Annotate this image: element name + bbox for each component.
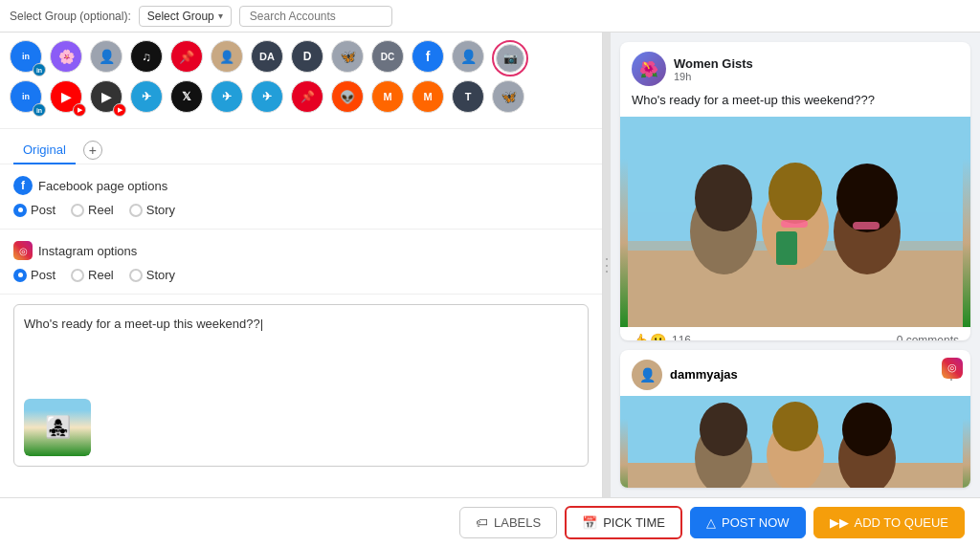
- compose-image-preview: [24, 399, 91, 456]
- svg-point-17: [700, 403, 747, 456]
- radio-unchecked-icon: [71, 269, 84, 282]
- avatar-item[interactable]: in in: [10, 40, 46, 77]
- facebook-options-header: f Facebook page options: [13, 176, 589, 195]
- avatar-item[interactable]: 👤: [90, 40, 126, 77]
- post-header: 🌺 Women Gists 19h: [620, 42, 970, 92]
- avatar-badge: in: [33, 103, 46, 117]
- facebook-story-label: Story: [146, 203, 175, 217]
- avatar-item[interactable]: ▶ ▶: [50, 80, 86, 117]
- post-image: [620, 117, 970, 327]
- avatar-item[interactable]: 📌: [170, 40, 207, 77]
- avatar-badge: ▶: [113, 103, 126, 117]
- tab-original[interactable]: Original: [13, 137, 76, 164]
- reaction-count: 116: [672, 334, 691, 339]
- facebook-story-option[interactable]: Story: [129, 203, 175, 217]
- svg-rect-10: [853, 222, 880, 230]
- labels-button[interactable]: 🏷 LABELS: [459, 507, 557, 538]
- avatar-circle: ♫: [130, 40, 163, 73]
- avatar-circle: M: [371, 80, 404, 113]
- avatar-item[interactable]: T: [452, 80, 488, 117]
- avatar-circle: 🦋: [331, 40, 364, 73]
- avatar-item[interactable]: 𝕏: [170, 80, 207, 117]
- instagram-post-card: ◎ 👤 dammyajas ⋮: [620, 350, 970, 489]
- svg-point-7: [768, 163, 822, 224]
- facebook-reel-option[interactable]: Reel: [71, 203, 114, 217]
- avatar-item[interactable]: in in: [10, 80, 46, 117]
- search-accounts-input[interactable]: [239, 6, 392, 27]
- avatar-circle: 👤: [452, 40, 484, 73]
- upload-icon: △: [706, 515, 716, 530]
- avatar-item[interactable]: 📌: [291, 80, 327, 117]
- queue-icon: ▶▶: [830, 515, 849, 530]
- top-bar: Select Group (optional): Select Group ▾: [0, 0, 980, 33]
- avatar-item[interactable]: 👽: [331, 80, 368, 117]
- tab-add-button[interactable]: +: [83, 141, 102, 160]
- avatar-item[interactable]: 🦋: [492, 80, 528, 117]
- left-panel: in in 🌸 👤 ♫ 📌 👤 DA: [0, 33, 603, 497]
- avatar-circle: ✈: [130, 80, 163, 113]
- avatar-circle: T: [452, 80, 484, 113]
- avatar-circle: ✈: [251, 80, 283, 113]
- avatar-circle: 📌: [291, 80, 323, 113]
- avatar-circle: ✈: [211, 80, 243, 113]
- reaction-icons: 👍 😮 116: [632, 333, 691, 339]
- pick-time-button[interactable]: 📅 PICK TIME: [565, 506, 682, 539]
- avatar-item[interactable]: 🌸: [50, 40, 86, 77]
- avatar-item[interactable]: ✈: [130, 80, 167, 117]
- post-now-button-text: POST NOW: [722, 515, 790, 530]
- radio-unchecked-icon: [129, 269, 143, 282]
- avatar-item-selected[interactable]: 📷: [492, 40, 528, 77]
- avatar-circle: 📌: [170, 40, 203, 73]
- avatar-item[interactable]: M: [371, 80, 408, 117]
- post-caption: Who's ready for a meet-up this weekend??…: [620, 92, 970, 117]
- post-now-button[interactable]: △ POST NOW: [690, 507, 806, 538]
- facebook-reel-label: Reel: [88, 203, 114, 217]
- avatar-item[interactable]: D: [291, 40, 327, 77]
- compose-image: [24, 399, 91, 456]
- avatar-circle: 👤: [90, 40, 122, 73]
- avatar-circle: 👽: [331, 80, 364, 113]
- post-reactions: 👍 😮 116 0 comments: [620, 327, 970, 339]
- avatar-item[interactable]: 👤: [452, 40, 488, 77]
- svg-rect-11: [776, 231, 797, 265]
- svg-point-19: [842, 403, 892, 456]
- right-panel: 🌺 Women Gists 19h Who's ready for a meet…: [611, 33, 980, 497]
- compose-text-input[interactable]: Who's ready for a meet-up this weekend??…: [24, 315, 578, 391]
- instagram-options-header: ◎ Instagram options: [13, 241, 589, 260]
- post-time: 19h: [674, 71, 959, 82]
- avatar-item[interactable]: ♫: [130, 40, 167, 77]
- select-group-button[interactable]: Select Group ▾: [139, 6, 232, 27]
- post-meta: Women Gists 19h: [674, 56, 959, 82]
- avatar-item[interactable]: 👤: [211, 40, 247, 77]
- add-to-queue-button[interactable]: ▶▶ ADD TO QUEUE: [813, 507, 965, 538]
- facebook-icon: f: [13, 176, 33, 195]
- avatar-item[interactable]: DA: [251, 40, 287, 77]
- svg-point-6: [695, 164, 752, 231]
- compose-area[interactable]: Who's ready for a meet-up this weekend??…: [13, 304, 589, 467]
- instagram-post-label: Post: [31, 268, 56, 282]
- select-group-label: Select Group (optional):: [10, 10, 131, 23]
- avatar-circle: DC: [371, 40, 404, 73]
- ig-post-image: [620, 396, 970, 489]
- avatar-item[interactable]: f: [412, 40, 448, 77]
- avatar-item[interactable]: ✈: [211, 80, 247, 117]
- instagram-reel-option[interactable]: Reel: [71, 268, 114, 282]
- facebook-radio-group: Post Reel Story: [13, 203, 589, 217]
- avatar-item[interactable]: 🦋: [331, 40, 368, 77]
- post-group-name: Women Gists: [674, 56, 959, 71]
- ig-avatar: 👤: [632, 360, 662, 390]
- avatar-item[interactable]: M: [412, 80, 448, 117]
- instagram-story-option[interactable]: Story: [129, 268, 175, 282]
- select-group-text: Select Group: [147, 10, 214, 23]
- avatar-circle: 🌸: [50, 40, 82, 73]
- avatar-item[interactable]: DC: [371, 40, 408, 77]
- instagram-reel-label: Reel: [88, 268, 114, 282]
- facebook-post-label: Post: [31, 203, 56, 217]
- svg-point-18: [772, 402, 818, 451]
- radio-unchecked-icon: [71, 204, 84, 217]
- avatar-item[interactable]: ✈: [251, 80, 287, 117]
- avatar-item[interactable]: ▶ ▶: [90, 80, 126, 117]
- instagram-post-option[interactable]: Post: [13, 268, 56, 282]
- facebook-post-option[interactable]: Post: [13, 203, 56, 217]
- comments-count: 0 comments: [897, 334, 959, 339]
